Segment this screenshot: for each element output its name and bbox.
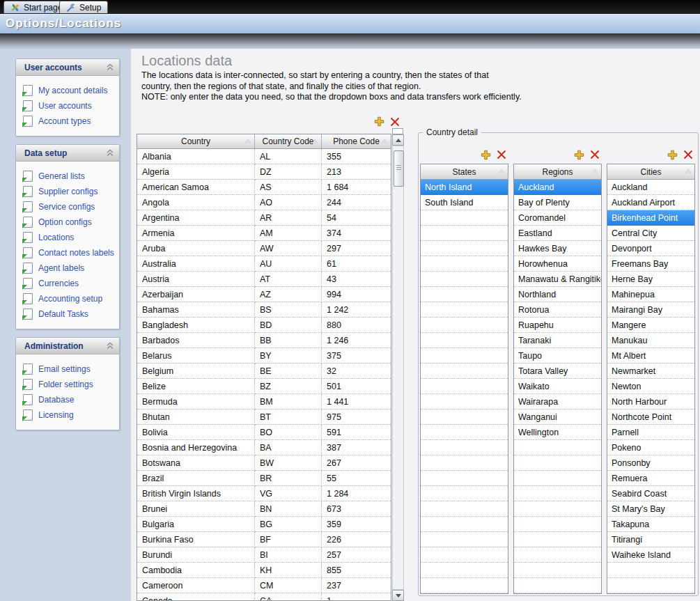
table-row[interactable]: ArubaAW297 [137,241,391,256]
sidebar-item-general-lists[interactable]: General lists [23,169,116,184]
table-row[interactable]: ArmeniaAM374 [137,226,391,241]
list-item[interactable]: Wanganui [514,409,601,425]
list-item[interactable]: Herne Bay [607,272,694,287]
list-item[interactable]: Birkenhead Point [607,210,694,226]
list-item[interactable]: Newmarket [607,364,694,379]
sidebar-item-service-configs[interactable]: Service configs [23,199,116,214]
list-item[interactable]: North Island [421,180,508,195]
list-item[interactable]: Auckland [514,180,601,195]
scrollbar-track[interactable] [392,146,404,590]
section-header-data-setup[interactable]: Data setup [16,145,119,162]
section-header-administration[interactable]: Administration [16,338,119,354]
delete-states-button[interactable] [497,150,506,159]
list-item[interactable]: Mt Albert [607,348,694,364]
list-item[interactable]: North Harbour [607,394,694,409]
list-item[interactable]: Devonport [607,241,694,256]
scroll-down-button[interactable] [392,590,404,601]
list-item[interactable]: Pokeno [607,440,694,455]
list-item[interactable]: Wellington [514,425,601,440]
list-item[interactable]: Eastland [514,226,601,241]
sidebar-item-licensing[interactable]: Licensing [23,407,116,423]
add-cities-button[interactable] [667,150,678,160]
sidebar-item-agent-labels[interactable]: Agent labels [23,260,116,276]
table-row[interactable]: BulgariaBG359 [137,517,391,532]
list-item[interactable]: Taupo [514,348,601,364]
list-item[interactable]: Hawkes Bay [514,241,601,256]
list-item[interactable]: Auckland Airport [607,195,694,210]
table-row[interactable]: AngolaAO244 [137,195,391,210]
table-row[interactable]: Bosnia and HerzegovinaBA387 [137,440,391,455]
table-row[interactable]: BurundiBI257 [137,547,391,563]
list-item[interactable]: Bay of Plenty [514,195,601,210]
list-item[interactable]: Parnell [607,425,694,440]
list-item[interactable]: Northcote Point [607,409,694,425]
list-item[interactable]: St Mary's Bay [607,501,694,517]
table-row[interactable]: AlgeriaDZ213 [137,164,391,180]
add-states-button[interactable] [481,150,491,160]
table-row[interactable]: ArgentinaAR54 [137,210,391,226]
table-row[interactable]: AustraliaAU61 [137,256,391,272]
list-item[interactable]: Rotorua [514,302,601,318]
delete-regions-button[interactable] [590,150,600,159]
list-item[interactable]: Horowhenua [514,256,601,272]
column-header-cities[interactable]: Cities [607,164,694,180]
sidebar-item-contact-notes-labels[interactable]: Contact notes labels [23,245,116,260]
scrollbar-thumb[interactable] [394,150,404,187]
table-row[interactable]: BoliviaBO591 [137,425,391,440]
list-item[interactable]: Auckland [607,180,694,195]
tab-setup[interactable]: Setup [59,1,108,13]
list-item[interactable]: Central City [607,226,694,241]
sidebar-item-currencies[interactable]: Currencies [23,276,116,291]
sidebar-item-locations[interactable]: Locations [23,230,116,245]
table-row[interactable]: BarbadosBB1 246 [137,333,391,348]
list-item[interactable]: Takapuna [607,517,694,532]
sidebar-item-accounting-setup[interactable]: Accounting setup [23,291,116,306]
table-row[interactable]: CanadaCA1 [137,593,391,601]
delete-cities-button[interactable] [683,150,693,159]
table-row[interactable]: AzerbaijanAZ994 [137,287,391,302]
list-item[interactable]: Northland [514,287,601,302]
list-item[interactable]: South Island [421,195,508,210]
add-regions-button[interactable] [574,150,584,160]
column-header-phone-code[interactable]: Phone Code [322,134,391,149]
column-header-country-code[interactable]: Country Code [255,134,322,149]
scroll-up-button[interactable] [392,134,404,146]
double-chevron-up-icon[interactable] [106,342,114,350]
list-item[interactable]: Mangere [607,318,694,333]
delete-country-button[interactable] [390,117,400,127]
table-row[interactable]: CambodiaKH855 [137,563,391,578]
sidebar-item-database[interactable]: Database [23,392,116,407]
table-row[interactable]: British Virgin IslandsVG1 284 [137,486,391,501]
sidebar-item-account-types[interactable]: Account types [23,114,116,129]
table-row[interactable]: AlbaniaAL355 [137,149,391,164]
table-row[interactable]: BelizeBZ501 [137,379,391,394]
sidebar-item-option-configs[interactable]: Option configs [23,214,116,230]
sidebar-item-my-account-details[interactable]: My account details [23,83,116,98]
sidebar-item-default-tasks[interactable]: Default Tasks [23,306,116,322]
list-item[interactable]: Titirangi [607,532,694,547]
table-row[interactable]: BotswanaBW267 [137,455,391,471]
list-item[interactable]: Ruapehu [514,318,601,333]
list-item[interactable]: Coromandel [514,210,601,226]
sidebar-item-supplier-configs[interactable]: Supplier configs [23,184,116,199]
list-item[interactable]: Mahinepua [607,287,694,302]
add-country-button[interactable] [374,116,384,127]
double-chevron-up-icon[interactable] [106,149,114,157]
list-item[interactable]: Waiheke Island [607,547,694,563]
list-item[interactable]: Taranaki [514,333,601,348]
sidebar-item-folder-settings[interactable]: Folder settings [23,377,116,392]
table-row[interactable]: American SamoaAS1 684 [137,180,391,195]
sidebar-item-user-accounts[interactable]: User accounts [23,98,116,114]
table-row[interactable]: Burkina FasoBF226 [137,532,391,547]
list-item[interactable]: Freemans Bay [607,256,694,272]
table-row[interactable]: BrazilBR55 [137,471,391,486]
table-row[interactable]: BelarusBY375 [137,348,391,364]
list-item[interactable]: Remuera [607,471,694,486]
list-item[interactable]: Ponsonby [607,455,694,471]
list-item[interactable]: Wairarapa [514,394,601,409]
table-row[interactable]: BangladeshBD880 [137,318,391,333]
section-header-user-accounts[interactable]: User accounts [16,59,119,76]
double-chevron-up-icon[interactable] [106,63,114,71]
table-row[interactable]: BruneiBN673 [137,501,391,517]
table-row[interactable]: BahamasBS1 242 [137,302,391,318]
